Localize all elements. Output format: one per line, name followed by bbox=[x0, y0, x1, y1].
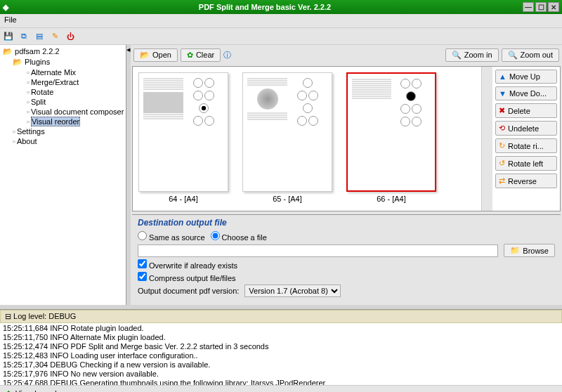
zoom-out-icon: 🔍 bbox=[508, 51, 518, 60]
tree-about[interactable]: ▫About bbox=[1, 136, 124, 146]
log-line: 15:25:12,483 INFO Loading user interface… bbox=[3, 351, 559, 360]
tree-plugins[interactable]: 📂 Plugins bbox=[1, 57, 124, 67]
maximize-button[interactable]: ☐ bbox=[535, 2, 547, 12]
reverse-button[interactable]: ⇄Reverse bbox=[495, 174, 557, 188]
side-buttons: ▲Move Up ▼Move Do... ✖Delete ⟲Undelete ↻… bbox=[492, 67, 560, 211]
version-label: Output document pdf version: bbox=[138, 287, 239, 295]
log-line: 15:25:17,976 INFO No new version availab… bbox=[3, 370, 559, 379]
clear-button[interactable]: ✿Clear bbox=[181, 48, 221, 62]
rotate-right-icon: ↻ bbox=[499, 141, 505, 150]
save-icon[interactable]: 💾 bbox=[3, 31, 14, 42]
checkbox-overwrite[interactable]: Overwrite if already exists bbox=[138, 259, 237, 270]
log-line: 15:25:11,684 INFO Rotate plugin loaded. bbox=[3, 324, 559, 333]
status-bar: ◆ Visual reorder bbox=[0, 385, 562, 392]
content-toolbar: 📂Open ✿Clear ⓘ 🔍Zoom in 🔍Zoom out bbox=[131, 45, 562, 65]
log-body: 15:25:11,684 INFO Rotate plugin loaded. … bbox=[0, 323, 562, 385]
exit-icon[interactable]: ⏻ bbox=[65, 31, 76, 42]
rotate-left-button[interactable]: ↺Rotate left bbox=[495, 156, 557, 171]
undo-icon: ⟲ bbox=[499, 124, 505, 133]
copy-icon[interactable]: ⧉ bbox=[18, 31, 30, 42]
arrow-up-icon: ▲ bbox=[499, 72, 507, 81]
main-toolbar: 💾 ⧉ ▤ ✎ ⏻ bbox=[0, 28, 562, 45]
minimize-button[interactable]: — bbox=[523, 2, 534, 12]
tree: 📂 pdfsam 2.2.2 📂 Plugins ▫Alternate Mix … bbox=[1, 46, 124, 146]
status-text: Visual reorder bbox=[15, 389, 63, 393]
dest-path-input[interactable] bbox=[138, 244, 498, 257]
log-header[interactable]: ⊟ Log level: DEBUG bbox=[0, 310, 562, 323]
folder-icon: 📂 bbox=[140, 51, 150, 60]
tree-item-alternate-mix[interactable]: ▫Alternate Mix bbox=[1, 67, 124, 77]
app-icon: ◆ bbox=[3, 3, 8, 12]
status-icon: ◆ bbox=[6, 388, 11, 392]
tree-root[interactable]: 📂 pdfsam 2.2.2 bbox=[1, 46, 124, 57]
sidebar: 📂 pdfsam 2.2.2 📂 Plugins ▫Alternate Mix … bbox=[0, 45, 126, 305]
rotate-left-icon: ↺ bbox=[499, 159, 505, 168]
tree-item-visual-reorder[interactable]: ▫Visual reorder bbox=[1, 117, 124, 126]
tree-item-rotate[interactable]: ▫Rotate bbox=[1, 87, 124, 97]
x-icon: ✖ bbox=[499, 106, 505, 115]
browse-button[interactable]: 📁Browse bbox=[504, 244, 555, 257]
thumbs-area: 64 - [A4] 65 - [A4] 66 - [A4] bbox=[133, 67, 481, 211]
content-panel: 📂Open ✿Clear ⓘ 🔍Zoom in 🔍Zoom out 64 - [… bbox=[131, 45, 562, 305]
tree-item-visual-composer[interactable]: ▫Visual document composer bbox=[1, 107, 124, 117]
thumb-64[interactable]: 64 - [A4] bbox=[138, 72, 228, 205]
broom-icon: ✿ bbox=[187, 51, 193, 60]
reverse-icon: ⇄ bbox=[499, 176, 505, 185]
log-line: 15:25:11,750 INFO Alternate Mix plugin l… bbox=[3, 333, 559, 342]
tree-item-merge-extract[interactable]: ▫Merge/Extract bbox=[1, 77, 124, 87]
thumb-caption: 66 - [A4] bbox=[377, 195, 406, 203]
radio-same-as-source[interactable]: Same as source bbox=[138, 231, 205, 242]
undelete-button[interactable]: ⟲Undelete bbox=[495, 121, 557, 136]
thumb-caption: 64 - [A4] bbox=[169, 195, 198, 203]
thumb-66[interactable]: 66 - [A4] bbox=[346, 72, 436, 205]
radio-choose-file[interactable]: Choose a file bbox=[211, 231, 267, 242]
arrow-down-icon: ▼ bbox=[499, 89, 507, 98]
dest-legend: Destination output file bbox=[138, 218, 555, 229]
menu-bar: File bbox=[0, 14, 562, 28]
main-area: 📂 pdfsam 2.2.2 📂 Plugins ▫Alternate Mix … bbox=[0, 45, 562, 305]
info-icon[interactable]: ⓘ bbox=[223, 50, 231, 60]
move-down-button[interactable]: ▼Move Do... bbox=[495, 86, 557, 100]
close-button[interactable]: ✕ bbox=[548, 2, 559, 12]
thumb-65[interactable]: 65 - [A4] bbox=[242, 72, 332, 205]
scrollbar[interactable] bbox=[481, 67, 492, 211]
log-icon[interactable]: ▤ bbox=[34, 31, 45, 42]
clear-icon[interactable]: ✎ bbox=[49, 31, 60, 42]
zoom-in-icon: 🔍 bbox=[452, 51, 462, 60]
log-panel: ⊟ Log level: DEBUG 15:25:11,684 INFO Rot… bbox=[0, 309, 562, 385]
move-up-button[interactable]: ▲Move Up bbox=[495, 70, 557, 84]
window-title: PDF Split and Merge basic Ver. 2.2.2 bbox=[8, 3, 521, 11]
delete-button[interactable]: ✖Delete bbox=[495, 103, 557, 118]
destination-panel: Destination output file Same as source C… bbox=[132, 214, 561, 303]
open-button[interactable]: 📂Open bbox=[133, 48, 178, 62]
menu-file[interactable]: File bbox=[4, 15, 17, 24]
thumb-caption: 65 - [A4] bbox=[273, 195, 302, 203]
thumbs-row: 64 - [A4] 65 - [A4] 66 - [A4] ▲Move Up ▼… bbox=[132, 66, 561, 211]
zoom-out-button[interactable]: 🔍Zoom out bbox=[502, 48, 559, 62]
zoom-in-button[interactable]: 🔍Zoom in bbox=[445, 48, 499, 62]
log-line: 15:25:47,688 DEBUG Generating thumbnails… bbox=[3, 379, 559, 385]
title-bar: ◆ PDF Split and Merge basic Ver. 2.2.2 —… bbox=[0, 0, 562, 14]
rotate-right-button[interactable]: ↻Rotate ri... bbox=[495, 138, 557, 153]
checkbox-compress[interactable]: Compress output file/files bbox=[138, 272, 236, 282]
folder-icon: 📁 bbox=[510, 246, 520, 255]
tree-settings[interactable]: ▫Settings bbox=[1, 126, 124, 136]
log-line: 15:25:12,474 INFO PDF Split and Merge ba… bbox=[3, 342, 559, 351]
version-select[interactable]: Version 1.7 (Acrobat 8) bbox=[244, 285, 341, 297]
log-line: 15:25:17,304 DEBUG Checking if a new ver… bbox=[3, 360, 559, 370]
tree-item-split[interactable]: ▫Split bbox=[1, 97, 124, 107]
